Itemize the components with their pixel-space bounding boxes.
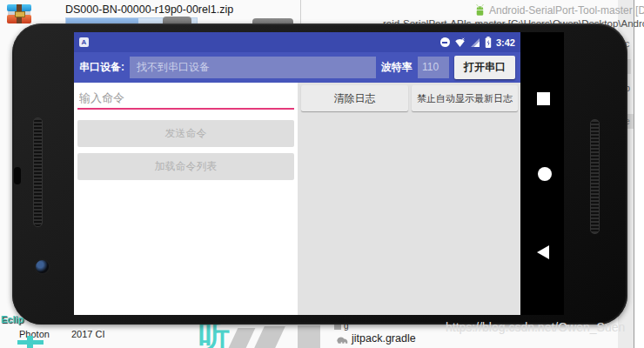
phone-slot (14, 167, 21, 184)
status-bar-clock: 3:42 (496, 37, 515, 48)
baud-rate-label: 波特率 (381, 60, 413, 75)
desktop-decoration (17, 336, 44, 348)
zip-filename: DS000-BN-00000-r19p0-00rel1.zip (65, 3, 233, 16)
back-nav-button[interactable] (537, 245, 549, 259)
command-input[interactable] (77, 87, 294, 110)
desktop-icon-label-eclipse[interactable]: Eclip (1, 314, 23, 325)
app-toolbar: 串口设备: 找不到串口设备 波特率 110 打开串口 (74, 52, 520, 83)
desktop-background: DS000-BN-00000-r19p0-00rel1.zip Android-… (0, 0, 644, 348)
window-border (300, 0, 301, 26)
gradle-elephant-icon (335, 334, 348, 344)
cellular-signal-icon (470, 37, 480, 48)
desktop-decoration (254, 326, 285, 348)
android-studio-title-text: Android-SerialPort-Tool-master [D (489, 4, 644, 17)
wifi-off-icon (454, 37, 466, 48)
speaker-grille (33, 117, 43, 227)
serial-device-spinner[interactable]: 找不到串口设备 (130, 57, 376, 78)
app-content: 发送命令 加载命令列表 清除日志 禁止自动显示最新日志 (74, 83, 520, 315)
load-command-list-button[interactable]: 加载命令列表 (77, 153, 294, 180)
project-tree-item-jitpack[interactable]: jitpack.gradle (335, 332, 416, 345)
do-not-disturb-icon (440, 37, 450, 47)
notification-icon: A (79, 37, 89, 47)
android-robot-icon (474, 4, 486, 17)
csdn-watermark: https://blog.csdn.net/Owen_Suen (446, 320, 625, 334)
front-camera (34, 258, 50, 275)
file-name: jitpack.gradle (352, 332, 416, 345)
command-panel: 发送命令 加载命令列表 (74, 83, 298, 315)
home-nav-button[interactable] (538, 167, 552, 181)
clear-log-button[interactable]: 清除日志 (301, 85, 408, 111)
recents-nav-button[interactable] (537, 92, 550, 105)
desktop-icon-label-2017ci[interactable]: 2017 CI (71, 329, 105, 339)
serial-port-app: A 3:42 (74, 32, 520, 315)
desktop-decoration (229, 328, 256, 348)
disable-auto-scroll-button[interactable]: 禁止自动显示最新日志 (412, 85, 518, 111)
battery-charging-icon (485, 37, 492, 48)
android-studio-title: Android-SerialPort-Tool-master [D (474, 4, 644, 17)
open-serial-port-button[interactable]: 打开串口 (454, 56, 515, 79)
winrar-archive-icon (7, 4, 31, 25)
log-panel: 清除日志 禁止自动显示最新日志 (298, 83, 520, 315)
baud-rate-spinner[interactable]: 110 (418, 57, 449, 78)
desktop-decoration (298, 325, 320, 348)
speaker-grille (590, 119, 600, 234)
send-command-button[interactable]: 发送命令 (77, 120, 294, 147)
serial-device-label: 串口设备: (79, 60, 124, 75)
phone-screen: A 3:42 (74, 32, 564, 315)
android-status-bar: A 3:42 (74, 32, 520, 52)
phone-emulator: A 3:42 (12, 23, 627, 325)
